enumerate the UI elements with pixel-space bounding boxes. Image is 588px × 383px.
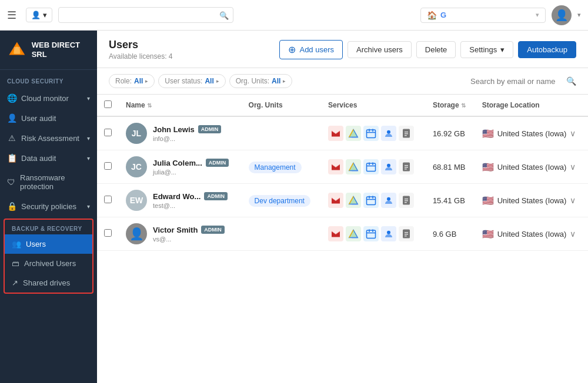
menu-hamburger-icon[interactable]: ☰ <box>7 9 16 22</box>
location-text: United States (Iowa) <box>497 230 567 238</box>
row-checkbox-cell <box>97 184 119 217</box>
gcal-icon <box>363 226 379 241</box>
user-name-cell: JL John Lewis ADMIN info@... <box>119 116 242 150</box>
expand-button[interactable]: ∨ <box>570 229 576 238</box>
expand-button[interactable]: ∨ <box>570 162 576 172</box>
gcal-icon <box>363 193 379 208</box>
user-icon: 👤 <box>31 11 41 19</box>
autobackup-label: Autobackup <box>527 45 567 54</box>
admin-badge: ADMIN <box>198 125 222 133</box>
sidebar-item-user-audit[interactable]: 👤 User audit <box>0 108 97 128</box>
storage-sort-icon[interactable]: ⇅ <box>461 102 466 109</box>
row-checkbox-2[interactable] <box>104 162 112 170</box>
delete-button[interactable]: Delete <box>416 41 456 58</box>
topbar-avatar[interactable]: 👤 <box>552 5 572 25</box>
gdrive-icon <box>346 159 361 174</box>
url-input[interactable] <box>450 11 532 19</box>
location-text: United States (Iowa) <box>497 196 567 205</box>
user-info: JC Julia Colem... ADMIN julia@... <box>126 156 235 177</box>
sidebar-item-ransomware-protection[interactable]: 🛡 Ransomware protection <box>0 168 97 196</box>
user-status-value: All <box>205 77 213 85</box>
user-name: Edward Wo... ADMIN <box>153 192 228 201</box>
select-all-checkbox[interactable] <box>104 100 112 108</box>
row-checkbox-4[interactable] <box>104 229 112 237</box>
sidebar-label-data-audit: Data audit <box>21 154 56 163</box>
settings-button[interactable]: Settings ▾ <box>460 41 513 58</box>
role-filter[interactable]: Role: All ▸ <box>109 74 155 88</box>
storage-size: 9.6 GB <box>433 230 456 238</box>
user-status-arrow: ▸ <box>216 78 219 84</box>
svg-marker-30 <box>349 196 358 204</box>
expand-button[interactable]: ∨ <box>570 129 576 138</box>
topbar-user-button[interactable]: 👤 ▾ <box>26 8 52 22</box>
settings-label: Settings <box>469 45 497 54</box>
user-status-filter[interactable]: User status: All ▸ <box>158 74 225 88</box>
sidebar-brand: WEB DIRECT SRL <box>0 31 97 70</box>
svg-point-37 <box>387 197 390 201</box>
gcontacts-icon <box>381 226 396 241</box>
location-text: United States (Iowa) <box>497 129 567 138</box>
expand-button[interactable]: ∨ <box>570 196 576 205</box>
data-audit-arrow: ▾ <box>87 155 90 162</box>
gmail-icon <box>328 126 343 141</box>
sidebar-label-cloud-monitor: Cloud monitor <box>21 94 69 103</box>
sidebar-item-security-policies[interactable]: 🔒 Security policies ▾ <box>0 196 97 216</box>
row-checkbox-cell <box>97 116 119 150</box>
settings-arrow-icon: ▾ <box>500 45 505 54</box>
row-checkbox-cell <box>97 150 119 184</box>
row-checkbox-1[interactable] <box>104 129 112 136</box>
topbar-search-icon: 🔍 <box>219 11 229 19</box>
page-header-top: Users Available licenses: 4 ⊕ Add users … <box>109 39 576 68</box>
gnotes-icon <box>399 226 414 241</box>
add-users-button[interactable]: ⊕ Add users <box>279 40 343 59</box>
storage-location-cell: 🇺🇸 United States (Iowa) ∨ <box>475 184 588 217</box>
table-header-checkbox-cell <box>97 95 119 116</box>
location-text: United States (Iowa) <box>497 163 567 172</box>
user-name: John Lewis ADMIN <box>153 125 221 134</box>
search-icon: 🔍 <box>566 76 576 86</box>
archive-users-button[interactable]: Archive users <box>348 41 412 58</box>
services-cell <box>321 150 426 184</box>
services-cell <box>321 217 426 251</box>
topbar-search-input[interactable] <box>58 7 233 23</box>
sidebar-item-users[interactable]: 👥 Users <box>5 234 92 254</box>
svg-rect-38 <box>403 196 410 205</box>
svg-rect-51 <box>403 230 410 238</box>
search-input[interactable] <box>470 77 576 86</box>
svg-marker-43 <box>349 230 358 237</box>
gdrive-icon <box>346 126 361 141</box>
row-checkbox-cell <box>97 217 119 251</box>
autobackup-button[interactable]: Autobackup <box>518 41 576 58</box>
topbar-user-arrow: ▾ <box>43 11 47 19</box>
services-icons <box>328 193 419 208</box>
topbar-url-bar: 🏠 G ▾ <box>420 8 546 23</box>
services-icons <box>328 226 419 241</box>
table-row: JC Julia Colem... ADMIN julia@... Manage… <box>97 150 588 184</box>
storage-cell: 68.81 MB <box>426 150 475 184</box>
url-dropdown-icon[interactable]: ▾ <box>536 11 539 19</box>
flag-icon: 🇺🇸 <box>482 162 494 173</box>
storage-location: 🇺🇸 United States (Iowa) ∨ <box>482 195 581 206</box>
sidebar-item-data-audit[interactable]: 📋 Data audit ▾ <box>0 148 97 168</box>
user-details: Edward Wo... ADMIN test@... <box>153 192 228 209</box>
storage-location-cell: 🇺🇸 United States (Iowa) ∨ <box>475 150 588 184</box>
storage-location: 🇺🇸 United States (Iowa) ∨ <box>482 229 581 240</box>
sidebar-item-shared-drives[interactable]: ↗ Shared drives <box>5 273 92 293</box>
storage-cell: 9.6 GB <box>426 217 475 251</box>
avatar-dropdown-icon[interactable]: ▾ <box>577 11 581 19</box>
user-details: Julia Colem... ADMIN julia@... <box>153 159 229 176</box>
table-row: JL John Lewis ADMIN info@... <box>97 116 588 150</box>
org-units-cell <box>242 217 321 251</box>
gnotes-icon <box>399 193 414 208</box>
sidebar-item-archived-users[interactable]: 🗃 Archived Users <box>5 254 92 273</box>
row-checkbox-3[interactable] <box>104 196 112 203</box>
org-units-filter[interactable]: Org. Units: All ▸ <box>229 74 293 88</box>
name-sort-icon[interactable]: ⇅ <box>147 102 152 109</box>
filters-bar: Role: All ▸ User status: All ▸ Org. Unit… <box>97 68 588 95</box>
admin-badge: ADMIN <box>206 159 229 167</box>
storage-location-cell: 🇺🇸 United States (Iowa) ∨ <box>475 217 588 251</box>
home-icon: 🏠 <box>427 11 437 20</box>
sidebar-label-shared-drives: Shared drives <box>23 278 70 287</box>
sidebar-item-cloud-monitor[interactable]: 🌐 Cloud monitor ▾ <box>0 88 97 108</box>
sidebar-item-risk-assessment[interactable]: ⚠ Risk Assessment ▾ <box>0 128 97 148</box>
